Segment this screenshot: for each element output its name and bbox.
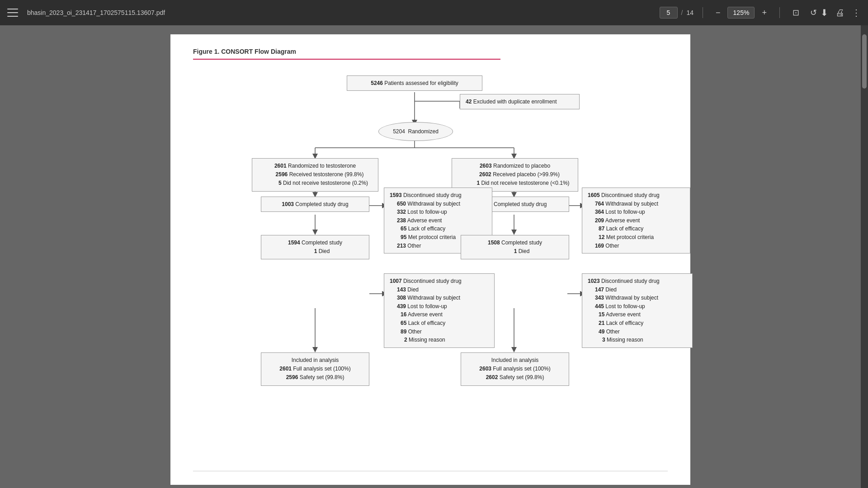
placebo-group-box: 2603 Randomized to placebo 2602 Received… — [452, 158, 578, 192]
figure-title: Figure 1. CONSORT Flow Diagram — [193, 48, 500, 60]
svg-marker-22 — [511, 230, 517, 235]
pdf-area: Figure 1. CONSORT Flow Diagram — [0, 25, 861, 488]
flow-diagram: 5246 Patients assessed for eligibility 4… — [193, 69, 668, 462]
page-total: 14 — [686, 9, 693, 16]
filename-label: bhasin_2023_oi_231417_1702575115.13607.p… — [27, 9, 660, 16]
excluded-box: 42 Excluded with duplicate enrollment — [460, 94, 580, 109]
svg-marker-28 — [312, 347, 318, 352]
zoom-out-button[interactable]: − — [712, 6, 724, 19]
discontinued2-right-box: 1023 Discontinued study drug 147 Died 34… — [582, 273, 693, 348]
page-footer-line — [193, 471, 668, 471]
zoom-divider — [779, 7, 780, 18]
completed-study-left-box: 1594 Completed study 1 Died — [261, 235, 369, 259]
pdf-page: Figure 1. CONSORT Flow Diagram — [170, 34, 690, 485]
completed-drug-left-box: 1003 Completed study drug — [261, 197, 369, 212]
randomized-box: 5204 Randomized — [378, 122, 453, 141]
eligibility-box: 5246 Patients assessed for eligibility — [347, 75, 482, 91]
more-options-button[interactable]: ⋮ — [852, 7, 861, 18]
download-button[interactable]: ⬇ — [821, 7, 828, 18]
fit-page-button[interactable]: ⊡ — [789, 6, 803, 19]
svg-marker-30 — [511, 347, 517, 352]
zoom-in-button[interactable]: + — [758, 6, 770, 19]
discontinued-right-box: 1605 Discontinued study drug 764 Withdra… — [582, 188, 690, 253]
nav-divider — [703, 7, 703, 18]
testosterone-group-box: 2601 Randomized to testosterone 2596 Rec… — [252, 158, 378, 192]
scrollbar-thumb[interactable] — [862, 34, 867, 89]
toolbar: bhasin_2023_oi_231417_1702575115.13607.p… — [0, 0, 868, 25]
toolbar-right: ⬇ 🖨 ⋮ — [821, 7, 861, 18]
content-area: Figure 1. CONSORT Flow Diagram — [0, 25, 868, 488]
completed-study-right-box: 1508 Completed study 1 Died — [461, 235, 569, 259]
menu-icon[interactable] — [7, 9, 18, 17]
rotate-button[interactable]: ↺ — [807, 6, 821, 19]
analysis-left-box: Included in analysis 2601 Full analysis … — [261, 352, 369, 386]
page-current-input[interactable]: 5 — [660, 7, 678, 19]
discontinued2-left-box: 1007 Discontinued study drug 143 Died 30… — [384, 273, 495, 348]
zoom-level-input[interactable]: 125% — [727, 7, 755, 19]
page-nav: 5 / 14 − 125% + ⊡ ↺ — [660, 6, 821, 19]
scrollbar-right[interactable] — [861, 25, 868, 488]
analysis-right-box: Included in analysis 2603 Full analysis … — [461, 352, 569, 386]
svg-marker-20 — [312, 230, 318, 235]
print-button[interactable]: 🖨 — [835, 8, 844, 18]
page-separator: / — [681, 9, 683, 16]
